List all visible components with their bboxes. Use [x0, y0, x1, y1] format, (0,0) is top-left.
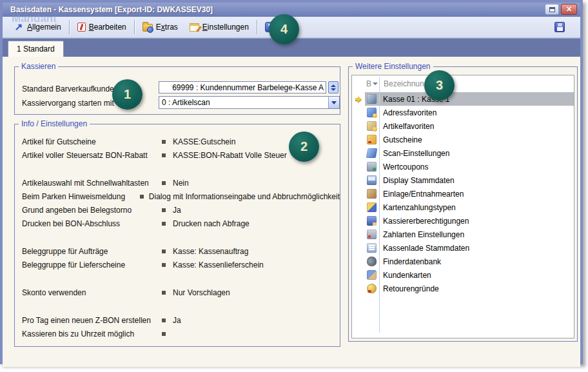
list-item-wertcoupons[interactable]: Wertcoupons	[352, 160, 574, 173]
close-button[interactable]: ×	[561, 4, 577, 15]
row-indicator	[352, 282, 365, 295]
column-divider	[379, 77, 380, 333]
list-item-body: Zahlarten Einstellungen	[365, 228, 574, 241]
display-stammdaten-icon	[367, 175, 377, 185]
toolbar-button-label: Extras	[156, 23, 178, 32]
dropdown-button[interactable]	[328, 97, 339, 108]
list-item-display-stammdaten[interactable]: Display Stammdaten	[352, 173, 574, 187]
list-item-scan-einstellungen[interactable]: Scan-Einstellungen	[352, 146, 574, 160]
sort-desc-icon	[373, 83, 378, 85]
row-indicator	[352, 146, 365, 160]
row-indicator	[352, 201, 365, 214]
list-item-kassenlade-stammdaten[interactable]: Kassenlade Stammdaten	[352, 241, 574, 255]
list-item-zahlarten-einstellungen[interactable]: Zahlarten Einstellungen	[352, 228, 574, 241]
list-item-label: Zahlarten Einstellungen	[377, 230, 464, 239]
row-indicator	[352, 268, 365, 282]
list-item-body: Artikelfavoriten	[365, 119, 574, 133]
kundenkarten-icon	[367, 270, 377, 280]
list-item-label: Kundenkarten	[377, 271, 431, 280]
list-item-kundenkarten[interactable]: Kundenkarten	[352, 268, 574, 282]
bullet-icon	[162, 222, 173, 226]
row-indicator	[352, 255, 365, 268]
row-pointer-icon	[352, 92, 365, 106]
list-item-label: Gutscheine	[377, 135, 422, 144]
toolbar-button-allgemein[interactable]: ↗Allgemein	[8, 19, 67, 35]
list-item-label: Kassenlade Stammdaten	[377, 244, 469, 253]
row-indicator	[352, 228, 365, 241]
list-item-kartenzahlungstypen[interactable]: Kartenzahlungstypen	[352, 201, 574, 214]
close-icon: ×	[566, 5, 571, 14]
toolbar-button-bearbeiten[interactable]: Bearbeiten	[72, 19, 132, 35]
toolbar-button-label: Allgemein	[27, 23, 61, 32]
info-label: Pro Tag einen neuen Z-BON erstellen	[22, 316, 162, 325]
column-header-bezeichnung[interactable]: Bezeichnung	[379, 79, 428, 88]
list-item-label: Adressfavoriten	[377, 108, 436, 117]
info-value: Drucken nach Abfrage	[173, 219, 340, 228]
toolbar-button-label: Einstellungen	[202, 23, 249, 32]
list-item-label: Scan-Einstellungen	[377, 149, 449, 158]
list-item-einlage-entnahmearten[interactable]: Einlage/Entnahmearten	[352, 187, 574, 201]
list-item-label: Wertcoupons	[377, 162, 428, 171]
info-value: Kasse: Kassenauftrag	[173, 247, 340, 256]
list-item-artikelfavoriten[interactable]: Artikelfavoriten	[352, 119, 574, 133]
save-icon	[554, 22, 565, 32]
toolbar-button-extras[interactable]: Extras	[137, 19, 184, 35]
list-item-label: Retourengründe	[377, 284, 439, 293]
einlage-entnahme-icon	[367, 189, 377, 199]
list-item-label: Kartenzahlungstypen	[377, 203, 456, 212]
info-label: Beleggruppe für Lieferscheine	[22, 260, 162, 269]
row-indicator	[352, 160, 365, 173]
retouren-icon	[367, 284, 377, 293]
list-item-body: Kassenlade Stammdaten	[365, 241, 574, 255]
bullet-icon	[162, 140, 173, 144]
info-label: Artikelauswahl mit Schnellwahltasten	[22, 179, 162, 188]
list-item-retourengr-nde[interactable]: Retourengründe	[352, 282, 574, 295]
list-item-kassiererberechtigungen[interactable]: Kassiererberechtigungen	[352, 214, 574, 228]
restore-button[interactable]	[545, 4, 559, 15]
window-title: Basisdaten - Kassensystem [Export-ID: DW…	[10, 5, 213, 14]
list-item-label: Artikelfavoriten	[377, 122, 434, 131]
list-item-body: Kasse 01 : Kasse 1	[365, 92, 574, 106]
bullet-icon	[162, 332, 173, 336]
list-item-body: Kundenkarten	[365, 268, 574, 282]
titlebar: Basisdaten - Kassensystem [Export-ID: DW…	[3, 3, 580, 17]
info-label: Artikel voller Steuersatz BON-Rabatt	[22, 151, 162, 160]
list-item-body: Einlage/Entnahmearten	[365, 187, 574, 201]
kassiervorgang-dropdown[interactable]: 0 : Artikelscan	[159, 96, 340, 109]
list-item-body: Kartenzahlungstypen	[365, 201, 574, 214]
row-indicator	[352, 119, 365, 133]
groupbox-caption: Info / Einstellungen	[19, 119, 90, 128]
tab-1-standard[interactable]: 1 Standard	[8, 41, 64, 57]
groupbox-weitere-einstellungen: Weitere Einstellungen B Bezeichnung Kass…	[348, 66, 578, 342]
adressfavoriten-icon	[367, 108, 377, 117]
list-item-kasse-01-kasse-1[interactable]: Kasse 01 : Kasse 1	[352, 92, 574, 106]
groupbox-info-einstellungen: Info / Einstellungen Artikel für Gutsche…	[14, 124, 340, 347]
standard-barverkaufkunde-field[interactable]: 69999 : Kundennummer Barbelege-Kasse A	[159, 81, 326, 93]
list-item-label: Finderdatenbank	[377, 257, 441, 266]
list-item-finderdatenbank[interactable]: Finderdatenbank	[352, 255, 574, 268]
bullet-icon	[162, 263, 173, 267]
callout-1: 1	[112, 79, 142, 110]
list-item-adressfavoriten[interactable]: Adressfavoriten	[352, 106, 574, 119]
toolbar-button-einstellungen[interactable]: Einstellungen	[184, 19, 255, 35]
groupbox-caption: Weitere Einstellungen	[353, 62, 433, 71]
window-controls: ×	[545, 4, 577, 15]
info-value: Kasse: Kassenlieferschein	[173, 260, 340, 269]
bullet-icon	[162, 208, 173, 212]
save-button[interactable]	[554, 22, 565, 32]
settings-window-icon	[190, 23, 199, 32]
list-item-gutscheine[interactable]: Gutscheine	[352, 133, 574, 146]
info-label: Drucken bei BON-Abschluss	[22, 219, 162, 228]
toolbar-button-label: Bearbeiten	[89, 23, 126, 32]
field-label-barverkaufkunde: Standard Barverkaufkunde	[22, 84, 114, 93]
info-value: Ja	[173, 206, 340, 215]
column-header-b[interactable]: B	[365, 79, 379, 88]
list-item-body: Adressfavoriten	[365, 106, 574, 119]
info-row: Artikelauswahl mit SchnellwahltastenNein	[22, 176, 340, 190]
info-label: Skonto verwenden	[22, 288, 162, 297]
wertcoupons-icon	[367, 162, 377, 171]
toolbar-items: ↗AllgemeinBearbeitenExtrasEinstellungen?…	[8, 17, 300, 37]
folder-ball-icon	[142, 24, 153, 32]
spinner-control[interactable]	[328, 81, 338, 93]
app-window: Basisdaten - Kassensystem [Export-ID: DW…	[0, 0, 583, 364]
